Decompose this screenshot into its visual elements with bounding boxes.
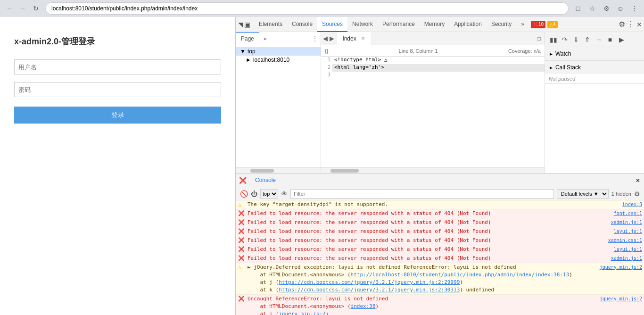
console-level-select[interactable]: Default levels ▼ xyxy=(557,189,609,199)
call-stack-section: ► Call Stack Not paused xyxy=(545,61,644,84)
tab-elements[interactable]: Elements xyxy=(254,17,287,32)
devtools-panel: ◥ ▣ Elements Console Sources Network Per… xyxy=(236,17,644,315)
tab-console[interactable]: Console xyxy=(287,17,317,32)
devtools-more-icon[interactable]: ⋮ xyxy=(627,20,635,29)
tab-performance[interactable]: Performance xyxy=(378,17,420,32)
console-error-icon: ❌ xyxy=(239,177,247,184)
call-stack-header[interactable]: ► Call Stack xyxy=(545,61,644,74)
tree-collapse-icon: ► xyxy=(246,57,251,63)
login-title: x-admin2.0-管理登录 xyxy=(14,36,221,47)
console-settings-icon[interactable]: ⚙ xyxy=(634,190,640,198)
format-code-icon[interactable]: {} xyxy=(325,48,328,54)
devtools-device-icon[interactable]: ▣ xyxy=(244,21,250,28)
console-filter-input[interactable] xyxy=(290,189,554,199)
extensions-button[interactable]: ⚙ xyxy=(601,3,612,14)
msg-source-3[interactable]: layui.js:1 xyxy=(610,228,642,235)
error-icon-6: ❌ xyxy=(238,255,246,262)
console-msg-1: ❌ Failed to load resource: the server re… xyxy=(236,209,644,218)
url-display: localhost:8010/student/public/index.php/… xyxy=(51,5,198,12)
devtools-close-icon[interactable]: ✕ xyxy=(636,21,642,28)
menu-button[interactable]: ⋮ xyxy=(629,3,640,14)
address-bar[interactable]: localhost:8010/student/public/index.php/… xyxy=(45,2,569,15)
console-messages: △ The key "target-densitydpi" is not sup… xyxy=(236,200,644,315)
tab-security[interactable]: Security xyxy=(487,17,516,32)
devtools-inspect-icon[interactable]: ◥ xyxy=(238,21,243,28)
not-paused-text: Not paused xyxy=(545,74,644,83)
msg-source-6[interactable]: xadmin.js:1 xyxy=(607,255,642,262)
msg-source-1[interactable]: font.css:1 xyxy=(610,210,642,217)
msg-source-4[interactable]: xadmin.css:1 xyxy=(604,237,642,244)
msg-source-8[interactable]: jquery.min.js:2 xyxy=(596,295,642,303)
watch-header[interactable]: ► Watch xyxy=(545,47,644,60)
tab-memory[interactable]: Memory xyxy=(420,17,449,32)
msg-source-7[interactable]: jquery.min.js:2 xyxy=(596,264,642,271)
step-over-button[interactable]: ↷ xyxy=(560,35,570,44)
warning-icon-0: △ xyxy=(238,201,246,208)
code-line-3: 3 xyxy=(321,72,545,79)
source-tree-localhost[interactable]: ► localhost:8010 xyxy=(236,56,321,64)
right-panel: ▮▮ ↷ ⇓ ⇑ → ■ ▶ ► Watch ► xyxy=(545,32,644,173)
console-msg-0: △ The key "target-densitydpi" is not sup… xyxy=(236,200,644,209)
code-content: 1 <!doctype html> △ 2 <html lang='zh'> 3 xyxy=(321,57,545,167)
code-nav-bar: {} Line 8, Column 1 Coverage: n/a xyxy=(321,45,545,57)
watch-section: ► Watch xyxy=(545,47,644,61)
source-tab-menu-icon[interactable]: ⋮ xyxy=(309,35,321,42)
code-horizontal-scrollbar[interactable] xyxy=(321,167,545,173)
step-button[interactable]: → xyxy=(594,35,603,44)
screenshot-button[interactable]: □ xyxy=(572,3,584,14)
login-button[interactable]: 登录 xyxy=(14,107,221,124)
code-viewer: ◀ ▶ index ✕ □ {} Line 8, Column 1 Covera… xyxy=(321,32,545,173)
code-nav-back-icon[interactable]: ◀ xyxy=(323,35,328,42)
refresh-button[interactable]: ↻ xyxy=(30,3,41,14)
error-icon-4: ❌ xyxy=(238,237,246,244)
resume-button[interactable]: ▶ xyxy=(617,35,626,44)
profile-button[interactable]: ☺ xyxy=(615,3,626,14)
console-clear-icon[interactable]: 🚫 xyxy=(240,190,248,198)
msg-source-0[interactable]: index:8 xyxy=(619,201,642,208)
source-panel-scrollbar[interactable] xyxy=(236,167,321,173)
step-into-button[interactable]: ⇓ xyxy=(571,35,581,44)
warning-icon-7: △ xyxy=(238,264,246,271)
watch-expand-icon: ► xyxy=(549,51,553,57)
code-line-2: 2 <html lang='zh'> xyxy=(321,64,545,72)
tab-application[interactable]: Application xyxy=(449,17,487,32)
console-context-select[interactable]: top xyxy=(260,189,278,199)
expand-code-icon[interactable]: □ xyxy=(536,35,543,42)
source-tab-page[interactable]: Page xyxy=(236,32,259,45)
watch-label: Watch xyxy=(555,50,571,57)
step-out-button[interactable]: ⇑ xyxy=(583,35,592,44)
source-tree-top[interactable]: ▼ top xyxy=(236,47,321,56)
console-msg-3: ❌ Failed to load resource: the server re… xyxy=(236,227,644,236)
browser-actions: □ ☆ ⚙ ☺ ⋮ xyxy=(572,3,640,14)
console-eye-icon[interactable]: 👁 xyxy=(281,190,288,198)
username-input[interactable] xyxy=(14,59,221,75)
console-block-icon[interactable]: ⏻ xyxy=(251,190,257,198)
msg-source-5[interactable]: layui.js:1 xyxy=(610,246,642,253)
hidden-count: 1 hidden xyxy=(611,191,631,197)
console-tab-row: ❌ Console ✕ xyxy=(236,174,644,187)
close-console-icon[interactable]: ✕ xyxy=(636,177,644,184)
code-line-1: 1 <!doctype html> △ xyxy=(321,57,545,64)
source-tab-more[interactable]: » xyxy=(259,32,272,45)
deactivate-button[interactable]: ■ xyxy=(605,35,615,44)
tab-sources[interactable]: Sources xyxy=(317,17,347,32)
back-button[interactable]: ← xyxy=(4,3,15,14)
msg-source-2[interactable]: xadmin.js:1 xyxy=(607,219,642,226)
devtools-settings-icon[interactable]: ⚙ xyxy=(619,20,625,29)
password-input[interactable] xyxy=(14,82,221,97)
code-tab-index[interactable]: index ✕ xyxy=(337,32,371,45)
bookmark-button[interactable]: ☆ xyxy=(586,3,598,14)
code-nav-forward-icon[interactable]: ▶ xyxy=(330,35,334,42)
error-count-badge: ❌ 10 xyxy=(531,21,545,28)
tab-more[interactable]: » xyxy=(516,17,529,32)
forward-button[interactable]: → xyxy=(17,3,28,14)
pause-button[interactable]: ▮▮ xyxy=(549,35,558,44)
console-msg-5: ❌ Failed to load resource: the server re… xyxy=(236,245,644,254)
console-msg-6: ❌ Failed to load resource: the server re… xyxy=(236,254,644,263)
error-icon-8: ❌ xyxy=(238,295,246,303)
tab-network[interactable]: Network xyxy=(347,17,378,32)
console-section-tab[interactable]: Console xyxy=(249,173,281,188)
error-icon-1: ❌ xyxy=(238,210,246,217)
console-msg-2: ❌ Failed to load resource: the server re… xyxy=(236,218,644,227)
close-tab-icon[interactable]: ✕ xyxy=(361,36,365,41)
